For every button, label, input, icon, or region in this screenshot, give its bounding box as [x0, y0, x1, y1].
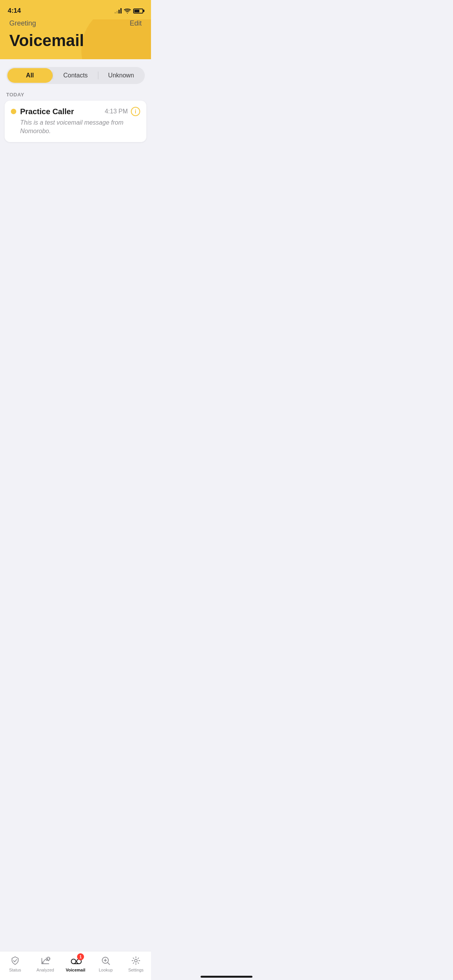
filter-tabs: All Contacts Unknown — [6, 67, 145, 84]
voicemail-list: Practice Caller 4:13 PM i This is a test… — [0, 101, 151, 142]
tab-all[interactable]: All — [7, 68, 53, 83]
main-content: All Contacts Unknown TODAY Practice Call… — [0, 59, 151, 177]
info-button[interactable]: i — [131, 107, 140, 116]
unread-dot — [11, 109, 16, 114]
edit-button[interactable]: Edit — [130, 19, 142, 27]
status-bar: 4:14 — [0, 0, 151, 19]
caller-row: Practice Caller — [11, 107, 74, 116]
tab-contacts[interactable]: Contacts — [53, 68, 98, 83]
tab-unknown[interactable]: Unknown — [98, 68, 144, 83]
time-row: 4:13 PM i — [105, 107, 140, 116]
status-icons — [115, 8, 143, 14]
page-title: Voicemail — [9, 31, 142, 50]
status-time: 4:14 — [8, 7, 21, 15]
battery-icon — [133, 9, 143, 14]
header: Greeting Edit Voicemail — [0, 19, 151, 59]
caller-name: Practice Caller — [20, 107, 74, 116]
voicemail-time: 4:13 PM — [105, 108, 128, 115]
svg-point-0 — [127, 13, 128, 14]
voicemail-item[interactable]: Practice Caller 4:13 PM i This is a test… — [5, 101, 146, 142]
filter-section: All Contacts Unknown — [0, 59, 151, 84]
voicemail-transcript: This is a test voicemail message from No… — [20, 118, 140, 136]
signal-icon — [115, 8, 122, 14]
section-today-label: TODAY — [0, 84, 151, 101]
wifi-icon — [124, 8, 131, 14]
greeting-label: Greeting — [9, 19, 36, 27]
